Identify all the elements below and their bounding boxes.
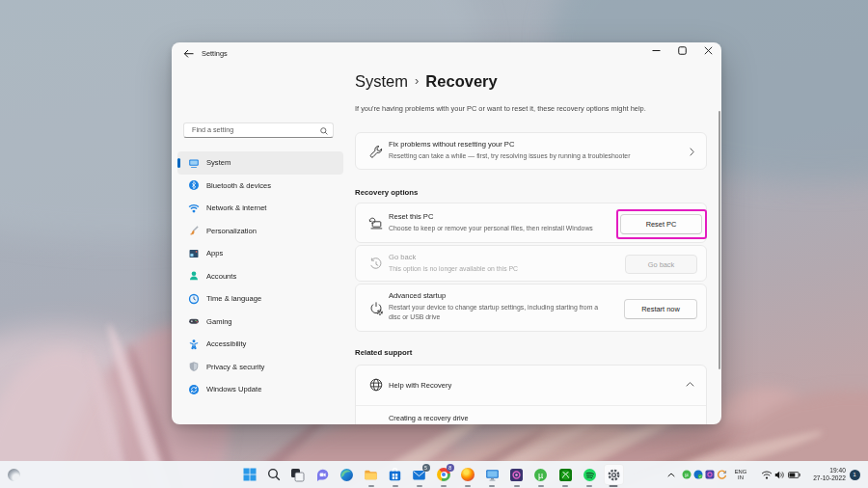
- sidebar-nav: System Bluetooth & devices Network & int…: [177, 151, 343, 401]
- battery-icon[interactable]: [787, 461, 800, 488]
- sidebar-item-gaming[interactable]: Gaming: [177, 311, 343, 334]
- card-title: Go back: [389, 253, 518, 261]
- chevron-up-icon[interactable]: [686, 382, 694, 387]
- help-link-recovery-drive[interactable]: Creating a recovery drive: [389, 414, 469, 422]
- widgets-icon[interactable]: [8, 469, 20, 481]
- wifi-icon[interactable]: [760, 461, 773, 488]
- page-title: Recovery: [425, 72, 497, 90]
- settings-window: Settings Find a setting System Bluetooth…: [172, 42, 721, 424]
- taskbar-chrome-button[interactable]: 8: [432, 461, 456, 488]
- sidebar-item-accounts[interactable]: Accounts: [177, 265, 343, 288]
- tray-sync-icon[interactable]: [716, 461, 727, 488]
- card-reset-pc: Reset this PC Choose to keep or remove y…: [355, 203, 707, 243]
- sidebar-item-system[interactable]: System: [177, 151, 343, 175]
- reset-pc-icon: [368, 216, 384, 231]
- breadcrumb-separator-icon: ›: [415, 73, 419, 88]
- taskbar-firefox-button[interactable]: [456, 461, 480, 488]
- tray-clock[interactable]: 19:4027-10-2022: [812, 461, 847, 488]
- tray-date: 27-10-2022: [813, 474, 846, 482]
- breadcrumb: System›Recovery: [355, 72, 498, 91]
- sidebar-item-bluetooth[interactable]: Bluetooth & devices: [177, 175, 343, 198]
- tray-utorrent-icon[interactable]: µ: [681, 461, 692, 488]
- tray-chevron-up[interactable]: [665, 461, 677, 488]
- windows-update-icon: [188, 384, 200, 395]
- mail-badge: 5: [422, 464, 430, 472]
- search-icon: [320, 127, 328, 135]
- card-title: Reset this PC: [389, 212, 593, 221]
- tray-time: 19:40: [813, 467, 846, 474]
- system-icon: [188, 157, 200, 169]
- taskbar-chat-button[interactable]: [311, 461, 335, 488]
- xbox-icon: [558, 468, 573, 482]
- globe-icon: [368, 377, 384, 393]
- utorrent-icon: µ: [533, 468, 548, 482]
- display-icon: [485, 468, 500, 482]
- start-icon: [243, 468, 257, 481]
- taskbar-task-view-button[interactable]: [285, 461, 310, 488]
- apps-icon: [188, 248, 200, 259]
- card-divider: [356, 405, 706, 406]
- settings-gear-icon: [607, 468, 621, 482]
- card-advanced-startup: Advanced startup Restart your device to …: [355, 284, 707, 332]
- card-subtitle: This option is no longer available on th…: [389, 264, 518, 274]
- card-go-back: Go back This option is no longer availab…: [355, 245, 707, 282]
- tray-language[interactable]: ENGIN: [730, 461, 751, 488]
- section-related-support: Related support: [355, 348, 412, 357]
- chrome-badge: 8: [447, 464, 454, 472]
- back-button[interactable]: [179, 46, 197, 62]
- sidebar-item-privacy[interactable]: Privacy & security: [177, 356, 343, 379]
- card-title: Help with Recovery: [389, 381, 451, 390]
- taskbar-edge-button[interactable]: [335, 461, 359, 488]
- taskbar-start-button[interactable]: [237, 461, 261, 488]
- svg-text:µ: µ: [685, 472, 689, 477]
- taskbar-search-button[interactable]: [261, 461, 285, 488]
- card-help-with-recovery[interactable]: Help with Recovery Creating a recovery d…: [355, 365, 707, 424]
- personalization-icon: [188, 225, 200, 236]
- sidebar-item-personalization[interactable]: Personalization: [177, 220, 343, 243]
- taskbar-file-explorer-button[interactable]: [359, 461, 383, 488]
- chevron-right-icon: [690, 148, 694, 156]
- firefox-icon: [461, 468, 475, 481]
- taskbar-spotify-button[interactable]: [578, 461, 602, 488]
- breadcrumb-system[interactable]: System: [355, 72, 408, 90]
- sidebar-item-accessibility[interactable]: Accessibility: [177, 333, 343, 356]
- network-icon: [188, 203, 200, 214]
- volume-icon[interactable]: [773, 461, 786, 488]
- taskbar-apps: 5 8 µ: [237, 461, 626, 488]
- sidebar-item-apps[interactable]: Apps: [177, 242, 343, 265]
- edge-icon: [339, 468, 354, 482]
- taskbar: 5 8 µ: [0, 461, 868, 488]
- taskbar-store-button[interactable]: [383, 461, 407, 488]
- taskbar-photo-app-button[interactable]: [504, 461, 529, 488]
- sidebar-item-windows-update[interactable]: Windows Update: [177, 378, 343, 401]
- reset-pc-button[interactable]: Reset PC: [620, 214, 702, 234]
- search-input[interactable]: Find a setting: [192, 123, 233, 137]
- gaming-icon: [188, 315, 200, 327]
- card-subtitle: Resetting can take a while — first, try …: [389, 151, 630, 161]
- go-back-icon: [368, 257, 384, 272]
- time-language-icon: [188, 293, 200, 305]
- accessibility-icon: [188, 339, 200, 350]
- scrollbar-thumb[interactable]: [719, 111, 720, 369]
- restart-now-button[interactable]: Restart now: [624, 299, 697, 319]
- sidebar-item-time-language[interactable]: Time & language: [177, 287, 343, 311]
- card-fix-problems[interactable]: Fix problems without resetting your PC R…: [355, 132, 707, 170]
- system-tray: µ ENGIN 19:4027-10-2022 1: [665, 461, 868, 488]
- taskbar-xbox-button[interactable]: [553, 461, 577, 488]
- section-recovery-options: Recovery options: [355, 188, 418, 197]
- notification-badge[interactable]: 1: [849, 461, 860, 488]
- window-title: Settings: [202, 49, 228, 58]
- taskbar-utorrent-button[interactable]: µ: [529, 461, 553, 488]
- search-box[interactable]: Find a setting: [183, 122, 334, 138]
- page-intro: If you're having problems with your PC o…: [355, 104, 646, 113]
- tray-photo-icon[interactable]: [704, 461, 715, 488]
- taskbar-settings-button[interactable]: [602, 461, 626, 488]
- tray-cloud-icon[interactable]: [692, 461, 703, 488]
- card-subtitle: Restart your device to change startup se…: [389, 303, 609, 322]
- card-subtitle: Choose to keep or remove your personal f…: [389, 224, 593, 233]
- sidebar-item-network[interactable]: Network & internet: [177, 197, 343, 220]
- task-view-icon: [290, 468, 305, 482]
- card-title: Fix problems without resetting your PC: [389, 140, 630, 149]
- taskbar-mail-button[interactable]: 5: [407, 461, 431, 488]
- taskbar-display-app-button[interactable]: [480, 461, 504, 488]
